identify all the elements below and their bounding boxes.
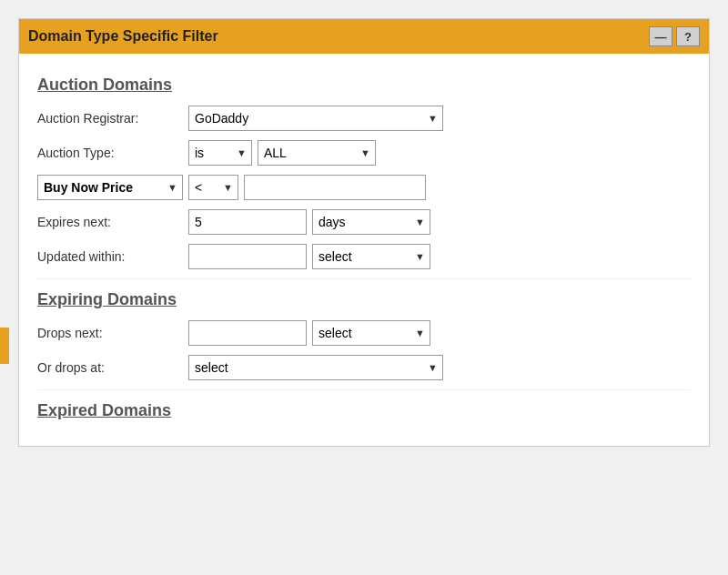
auction-domains-title: Auction Domains: [37, 76, 691, 95]
help-button[interactable]: ?: [676, 26, 700, 46]
drops-next-row: Drops next: select days hours: [37, 320, 691, 346]
buy-now-price-row: Buy Now Price Current Bid Starting Price…: [37, 175, 691, 200]
price-type-select-wrapper: Buy Now Price Current Bid Starting Price: [37, 175, 183, 200]
expires-input[interactable]: [188, 209, 307, 235]
registrar-label: Auction Registrar:: [37, 111, 183, 126]
title-bar: Domain Type Specific Filter — ?: [19, 19, 709, 54]
minimize-button[interactable]: —: [649, 26, 672, 46]
drops-unit-select[interactable]: select days hours: [312, 320, 430, 346]
updated-unit-select-wrapper: select days hours: [312, 244, 430, 269]
price-type-select[interactable]: Buy Now Price Current Bid Starting Price: [37, 175, 183, 200]
drops-at-select-wrapper: select: [188, 355, 443, 380]
expired-domains-title: Expired Domains: [37, 401, 691, 420]
price-input[interactable]: [244, 175, 426, 200]
drops-at-label: Or drops at:: [37, 360, 183, 375]
expires-unit-select-wrapper: days hours weeks: [312, 209, 430, 235]
auction-type-all-select[interactable]: ALL Buy Now Auction: [258, 140, 376, 166]
section-divider: [37, 278, 691, 279]
drops-at-row: Or drops at: select: [37, 355, 691, 380]
auction-type-is-select[interactable]: is is not: [188, 140, 252, 166]
expires-row: Expires next: days hours weeks: [37, 209, 691, 235]
operator-select-wrapper: < > = <= >=: [188, 175, 238, 200]
drops-input[interactable]: [188, 320, 307, 346]
registrar-select-wrapper: GoDaddy NameJet SnapNames Sedo: [188, 106, 443, 131]
window-title: Domain Type Specific Filter: [28, 28, 218, 45]
updated-input[interactable]: [188, 244, 307, 269]
auction-registrar-row: Auction Registrar: GoDaddy NameJet SnapN…: [37, 106, 691, 131]
section-divider-2: [37, 389, 691, 390]
updated-unit-select[interactable]: select days hours: [312, 244, 430, 269]
updated-row: Updated within: select days hours: [37, 244, 691, 269]
auction-type-row: Auction Type: is is not ALL Buy Now Auct…: [37, 140, 691, 166]
auction-domains-section: Auction Domains Auction Registrar: GoDad…: [37, 76, 691, 269]
registrar-select[interactable]: GoDaddy NameJet SnapNames Sedo: [188, 106, 443, 131]
drops-unit-select-wrapper: select days hours: [312, 320, 430, 346]
type-is-select-wrapper: is is not: [188, 140, 252, 166]
content-area: Auction Domains Auction Registrar: GoDad…: [19, 54, 709, 446]
auction-type-label: Auction Type:: [37, 146, 183, 160]
title-bar-buttons: — ?: [649, 26, 700, 46]
expired-domains-section: Expired Domains: [37, 401, 691, 420]
expiring-domains-section: Expiring Domains Drops next: select days…: [37, 290, 691, 380]
operator-select[interactable]: < > = <= >=: [188, 175, 238, 200]
expires-unit-select[interactable]: days hours weeks: [312, 209, 430, 235]
expires-label: Expires next:: [37, 215, 183, 229]
type-all-select-wrapper: ALL Buy Now Auction: [258, 140, 376, 166]
left-accent-bar: [0, 328, 9, 364]
expiring-domains-title: Expiring Domains: [37, 290, 691, 309]
drops-label: Drops next:: [37, 326, 183, 340]
updated-label: Updated within:: [37, 249, 183, 264]
drops-at-select[interactable]: select: [188, 355, 443, 380]
